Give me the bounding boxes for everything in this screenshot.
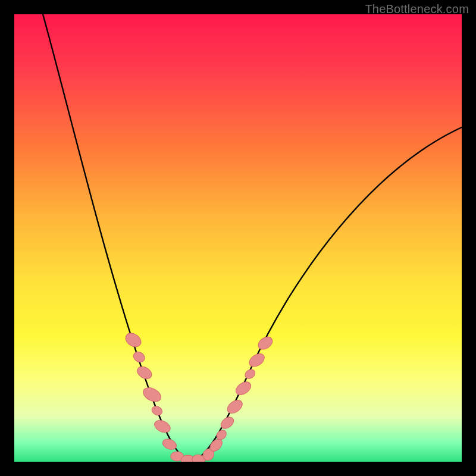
- curve-marker: [225, 397, 245, 416]
- chart-plot-area: [14, 14, 462, 462]
- curve-marker-layer: [123, 330, 275, 462]
- curve-marker: [152, 418, 172, 435]
- curve-marker: [243, 368, 257, 381]
- curve-marker: [131, 350, 146, 364]
- bottleneck-curve-svg: [14, 14, 462, 462]
- bottleneck-curve-path: [43, 14, 462, 461]
- curve-marker: [233, 379, 253, 397]
- curve-marker: [151, 405, 164, 417]
- curve-marker: [247, 351, 267, 369]
- curve-marker: [135, 364, 154, 381]
- curve-marker: [123, 330, 143, 349]
- curve-marker: [256, 334, 275, 352]
- curve-marker: [141, 385, 164, 405]
